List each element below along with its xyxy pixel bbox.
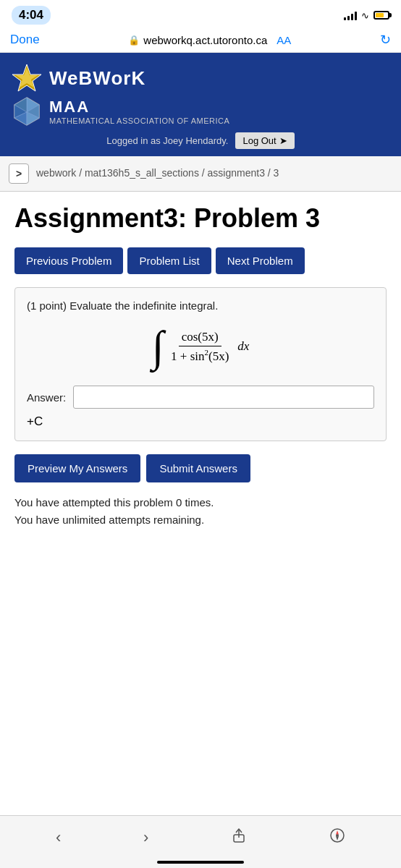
status-bar: 4:04 ∿ [0,0,401,27]
url-text: webworkq.act.utoronto.ca [143,34,267,46]
breadcrumb-text: webwork / mat136h5_s_all_sections / assi… [36,166,279,181]
problem-statement: (1 point) Evaluate the indefinite integr… [27,299,374,312]
refresh-button[interactable]: ↻ [380,32,391,48]
problem-nav: Previous Problem Problem List Next Probl… [14,247,387,274]
fraction-numerator: cos(5x) [179,330,221,346]
answer-input[interactable] [73,386,374,409]
chevron-right-icon: > [16,168,22,179]
battery-icon [373,11,389,20]
plus-c-text: +C [27,414,374,429]
breadcrumb-toggle-button[interactable]: > [9,163,29,184]
logout-button[interactable]: Log Out ➤ [235,132,294,149]
attempt-line-1: You have attempted this problem 0 times. [14,494,387,511]
url-bar: 🔒 webworkq.act.utoronto.ca AA [51,34,368,46]
signal-icon [344,10,357,20]
share-icon [231,827,247,843]
star-logo-icon [12,63,42,93]
maa-subtitle: MATHEMATICAL ASSOCIATION OF AMERICA [49,116,229,125]
submit-answers-button[interactable]: Submit Answers [146,454,250,482]
attempt-line-2: You have unlimited attempts remaining. [14,511,387,529]
home-indicator [157,861,244,864]
breadcrumb-path: webwork / mat136h5_s_all_sections / assi… [36,167,279,179]
attempt-info: You have attempted this problem 0 times.… [14,494,387,529]
status-time: 4:04 [12,6,51,25]
webwork-header: WeBWorK MAA MATHEMATICAL ASSOCIATION OF … [0,53,401,156]
header-top: WeBWorK [12,63,389,93]
lock-icon: 🔒 [128,35,140,46]
browser-bar: Done 🔒 webworkq.act.utoronto.ca AA ↻ [0,27,401,53]
dx-text: dx [237,339,249,354]
aa-button[interactable]: AA [277,34,291,46]
action-buttons: Preview My Answers Submit Answers [14,454,387,482]
logged-in-text: Logged in as Joey Hendardy. [106,135,228,146]
maa-title: MAA [49,98,229,116]
bottom-nav: ‹ › [0,815,401,868]
status-icons: ∿ [344,10,389,21]
fraction: cos(5x) 1 + sin2(5x) [168,330,232,364]
answer-row: Answer: [27,386,374,409]
compass-icon [329,827,345,843]
done-button[interactable]: Done [10,33,40,47]
maa-area: MAA MATHEMATICAL ASSOCIATION OF AMERICA [12,96,389,127]
header-bottom: Logged in as Joey Hendardy. Log Out ➤ [12,132,389,149]
browser-forward-button[interactable]: › [136,825,156,850]
problem-box: (1 point) Evaluate the indefinite integr… [14,287,387,441]
maa-text-block: MAA MATHEMATICAL ASSOCIATION OF AMERICA [49,98,229,125]
logo-area: WeBWorK [12,63,145,93]
maa-logo-icon [12,96,42,127]
wifi-icon: ∿ [361,10,369,21]
breadcrumb-bar: > webwork / mat136h5_s_all_sections / as… [0,156,401,192]
main-content: Assignment3: Problem 3 Previous Problem … [0,192,401,598]
page-title: Assignment3: Problem 3 [14,203,387,233]
next-problem-button[interactable]: Next Problem [216,247,305,274]
compass-button[interactable] [322,825,353,851]
share-button[interactable] [224,825,254,851]
integral-symbol-icon: ∫ [152,325,164,368]
previous-problem-button[interactable]: Previous Problem [14,247,123,274]
logout-icon: ➤ [279,135,287,146]
integral-display: ∫ cos(5x) 1 + sin2(5x) dx [27,325,374,368]
webwork-title: WeBWorK [49,67,145,90]
fraction-denominator: 1 + sin2(5x) [168,346,232,364]
problem-list-button[interactable]: Problem List [127,247,211,274]
browser-back-button[interactable]: ‹ [48,825,68,850]
logout-label: Log Out [242,135,276,146]
preview-answers-button[interactable]: Preview My Answers [14,454,140,482]
answer-label: Answer: [27,391,66,404]
